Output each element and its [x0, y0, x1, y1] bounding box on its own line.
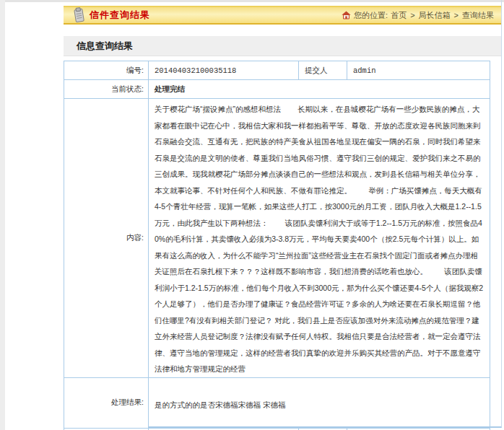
table-row-content: 内容: 关于樱花广场“摆设摊点”的感想和想法 长期以来，在县城樱花广场有一些少数… [64, 99, 490, 378]
letter-detail-table: 编号: 201404032100035118 提交人 admin 当前状态: 处… [64, 61, 490, 430]
page-header-left: 信件查询结果 [72, 7, 150, 24]
window-left-edge [0, 0, 5, 430]
content-value: 关于樱花广场“摆设摊点”的感想和想法 长期以来，在县城樱花广场有一些少数民族的摊… [149, 99, 490, 378]
mail-icon [72, 7, 85, 24]
status-value: 处理完结 [149, 80, 490, 99]
breadcrumb-home-link[interactable]: 首页 [391, 10, 407, 21]
result-label: 处理结果: [64, 377, 149, 428]
breadcrumb-current: 查询结果 [462, 10, 494, 21]
breadcrumb-mailbox-link[interactable]: 局长信箱 [419, 10, 451, 21]
submitter-value: admin [347, 61, 490, 80]
number-value: 201404032100035118 [149, 61, 299, 80]
status-label: 当前状态: [64, 80, 149, 99]
submitter-label: 提交人 [299, 61, 347, 80]
number-label: 编号: [64, 61, 149, 80]
content-area: 信件查询结果 您的位置: 首页 > 局长信箱 > 查询结果 信息查询结果 编 [64, 0, 502, 428]
table-row-result: 处理结果: 是的方式的的是否宋德福宋德福 宋德福 [64, 377, 490, 428]
breadcrumb-prefix: 您的位置: [354, 10, 388, 21]
page-title: 信件查询结果 [90, 9, 150, 22]
section-title-bar: 信息查询结果 [64, 36, 501, 56]
content-label: 内容: [64, 99, 149, 378]
table-row-status: 当前状态: 处理完结 [64, 80, 490, 99]
home-icon [342, 11, 351, 19]
section-title: 信息查询结果 [77, 40, 133, 51]
page-header-bar: 信件查询结果 您的位置: 首页 > 局长信箱 > 查询结果 [64, 6, 501, 25]
table-row-number: 编号: 201404032100035118 提交人 admin [64, 61, 490, 80]
breadcrumb-separator: > [454, 11, 459, 19]
breadcrumb: 您的位置: 首页 > 局长信箱 > 查询结果 [342, 10, 494, 21]
breadcrumb-separator: > [410, 11, 414, 19]
result-value: 是的方式的的是否宋德福宋德福 宋德福 [149, 377, 490, 428]
